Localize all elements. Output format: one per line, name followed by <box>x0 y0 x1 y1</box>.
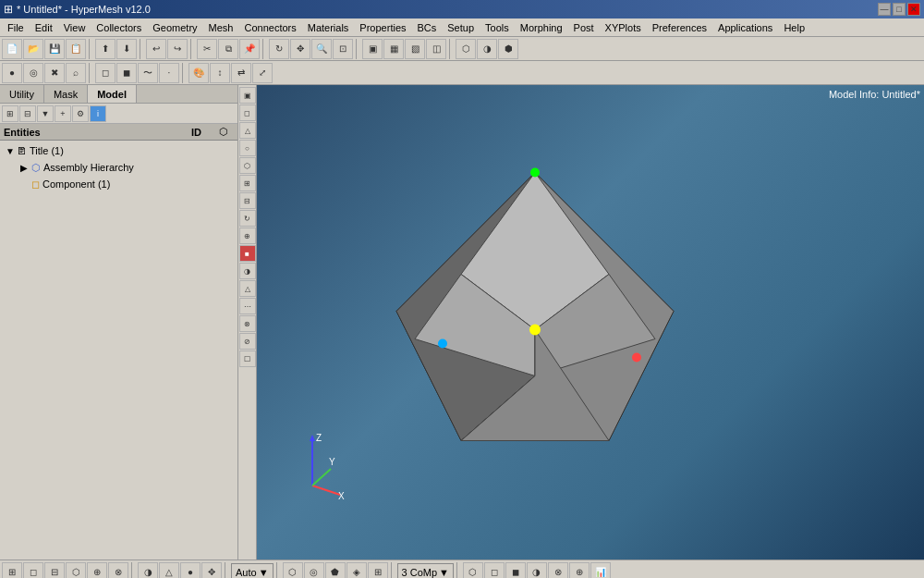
bottom-tb-icon-9[interactable]: ● <box>180 562 201 579</box>
bottom-tb-icon-7[interactable]: ◑ <box>138 562 158 579</box>
bottom-tb-icon-20[interactable]: ⊗ <box>548 562 568 579</box>
side-icon-2[interactable]: ◻ <box>239 105 256 121</box>
menu-bcs[interactable]: BCs <box>412 20 443 35</box>
find-icon[interactable]: ⌕ <box>66 63 86 83</box>
export-icon[interactable]: ⬇ <box>116 39 137 59</box>
side-icon-1[interactable]: ▣ <box>239 87 256 104</box>
side-icon-12[interactable]: △ <box>239 280 256 297</box>
menu-geometry[interactable]: Geometry <box>147 20 202 35</box>
auto-dropdown[interactable]: Auto ▼ <box>231 563 274 579</box>
side-icon-16[interactable]: ☐ <box>239 350 256 367</box>
bottom-tb-icon-21[interactable]: ⊕ <box>569 562 590 579</box>
bottom-tb-icon-22[interactable]: 📊 <box>590 562 611 579</box>
new-file-icon[interactable]: 📄 <box>2 39 22 59</box>
save-icon[interactable]: 💾 <box>44 39 65 59</box>
undo-icon[interactable]: ↩ <box>146 39 166 59</box>
tree-item-title[interactable]: ▼ 🖹 Title (1) <box>2 142 236 159</box>
tree-collapse-all-icon[interactable]: ⊟ <box>19 105 36 122</box>
tab-utility[interactable]: Utility <box>0 85 44 103</box>
shade-icon[interactable]: ◑ <box>477 39 497 59</box>
bottom-tb-icon-16[interactable]: ⬡ <box>463 562 483 579</box>
bottom-tb-icon-5[interactable]: ⊕ <box>87 562 107 579</box>
redo-icon[interactable]: ↪ <box>167 39 188 59</box>
menu-view[interactable]: View <box>58 20 91 35</box>
menu-properties[interactable]: Properties <box>354 20 411 35</box>
menu-tools[interactable]: Tools <box>480 20 515 35</box>
bottom-tb-icon-11[interactable]: ⬡ <box>283 562 303 579</box>
paste-icon[interactable]: 📌 <box>239 39 260 59</box>
bottom-tb-icon-6[interactable]: ⊗ <box>108 562 128 579</box>
minimize-button[interactable]: — <box>878 3 891 16</box>
viewport[interactable]: Model Info: Untitled* <box>257 85 924 560</box>
title-bar-controls[interactable]: — □ ✕ <box>878 3 920 16</box>
view-front-icon[interactable]: ▦ <box>383 39 404 59</box>
menu-morphing[interactable]: Morphing <box>515 20 568 35</box>
side-icon-4[interactable]: ○ <box>239 140 256 156</box>
copy-icon[interactable]: ⧉ <box>218 39 238 59</box>
menu-collectors[interactable]: Collectors <box>91 20 147 35</box>
bottom-tb-icon-12[interactable]: ◎ <box>304 562 324 579</box>
bottom-tb-icon-8[interactable]: △ <box>159 562 179 579</box>
bottom-tb-icon-2[interactable]: ◻ <box>23 562 43 579</box>
tree-item-component[interactable]: ◻ Component (1) <box>2 176 236 192</box>
tree-info-icon[interactable]: i <box>90 105 106 122</box>
bottom-tb-icon-18[interactable]: ◼ <box>505 562 526 579</box>
point-icon[interactable]: · <box>159 63 179 83</box>
side-icon-14[interactable]: ⊗ <box>239 315 256 332</box>
bottom-tb-icon-10[interactable]: ✥ <box>201 562 222 579</box>
by-comp-dropdown[interactable]: 3 CoMp ▼ <box>397 563 454 579</box>
side-icon-8[interactable]: ↻ <box>239 210 256 227</box>
pan-icon[interactable]: ✥ <box>290 39 310 59</box>
save-as-icon[interactable]: 📋 <box>66 39 86 59</box>
view-iso-icon[interactable]: ◫ <box>426 39 446 59</box>
menu-materials[interactable]: Materials <box>302 20 355 35</box>
rotate-icon[interactable]: ↻ <box>269 39 289 59</box>
bottom-tb-icon-1[interactable]: ⊞ <box>2 562 22 579</box>
menu-applications[interactable]: Applications <box>712 20 778 35</box>
side-icon-10[interactable]: ■ <box>239 245 256 262</box>
tree-add-icon[interactable]: + <box>55 105 71 122</box>
tab-mask[interactable]: Mask <box>44 85 88 103</box>
edit-node-icon[interactable]: ◎ <box>23 63 43 83</box>
side-icon-11[interactable]: ◑ <box>239 263 256 279</box>
move-icon[interactable]: ↕ <box>210 63 230 83</box>
side-icon-15[interactable]: ⊘ <box>239 333 256 350</box>
bottom-tb-icon-15[interactable]: ⊞ <box>368 562 388 579</box>
menu-preferences[interactable]: Preferences <box>647 20 712 35</box>
bottom-tb-icon-13[interactable]: ⬟ <box>325 562 346 579</box>
tree-filter-icon[interactable]: ▼ <box>37 105 54 122</box>
open-icon[interactable]: 📂 <box>23 39 43 59</box>
fit-icon[interactable]: ⊡ <box>333 39 353 59</box>
view-top-icon[interactable]: ▣ <box>362 39 383 59</box>
view-right-icon[interactable]: ▧ <box>405 39 425 59</box>
side-icon-13[interactable]: ⋯ <box>239 298 256 314</box>
side-icon-3[interactable]: △ <box>239 122 256 139</box>
menu-edit[interactable]: Edit <box>30 20 58 35</box>
menu-help[interactable]: Help <box>778 20 810 35</box>
bottom-tb-icon-14[interactable]: ◈ <box>346 562 367 579</box>
zoom-icon[interactable]: 🔍 <box>311 39 332 59</box>
menu-file[interactable]: File <box>2 20 30 35</box>
scale-icon[interactable]: ⤢ <box>252 63 273 83</box>
bottom-tb-icon-3[interactable]: ⊟ <box>44 562 65 579</box>
menu-post[interactable]: Post <box>568 20 600 35</box>
tree-item-assembly[interactable]: ▶ ⬡ Assembly Hierarchy <box>2 159 236 176</box>
bottom-tb-icon-19[interactable]: ◑ <box>527 562 547 579</box>
curve-icon[interactable]: 〜 <box>138 63 158 83</box>
close-button[interactable]: ✕ <box>907 3 920 16</box>
delete-icon[interactable]: ✖ <box>44 63 65 83</box>
side-icon-6[interactable]: ⊞ <box>239 175 256 191</box>
maximize-button[interactable]: □ <box>893 3 906 16</box>
side-icon-9[interactable]: ⊕ <box>239 228 256 244</box>
wire-icon[interactable]: ⬢ <box>498 39 518 59</box>
tree-expand-all-icon[interactable]: ⊞ <box>2 105 18 122</box>
surface-icon[interactable]: ◻ <box>95 63 116 83</box>
tab-model[interactable]: Model <box>88 85 137 103</box>
import-icon[interactable]: ⬆ <box>95 39 116 59</box>
solid-icon[interactable]: ◼ <box>116 63 137 83</box>
menu-xyplots[interactable]: XYPlots <box>600 20 647 35</box>
color-icon[interactable]: 🎨 <box>188 63 209 83</box>
menu-mesh[interactable]: Mesh <box>203 20 239 35</box>
menu-setup[interactable]: Setup <box>442 20 480 35</box>
tree-settings-icon[interactable]: ⚙ <box>72 105 89 122</box>
